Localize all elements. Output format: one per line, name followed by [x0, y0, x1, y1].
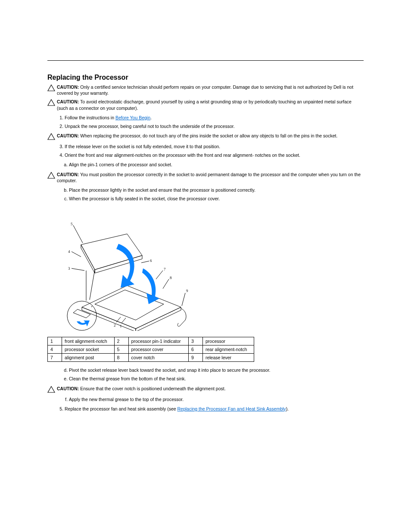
svg-marker-10	[95, 255, 142, 273]
svg-marker-15	[73, 309, 90, 318]
caution-label: CAUTION:	[57, 386, 79, 391]
steps-list-1: Follow the instructions in Before You Be…	[47, 115, 364, 129]
caution-icon	[47, 172, 57, 179]
step-4b: Place the processor lightly in the socke…	[69, 187, 364, 193]
steps-list-2: If the release lever on the socket is no…	[47, 143, 364, 158]
caution-text: When replacing the processor, do not tou…	[79, 133, 337, 138]
caution-1: CAUTION: Only a certified service techni…	[47, 84, 364, 96]
svg-line-14	[91, 306, 92, 307]
svg-line-22	[141, 261, 149, 263]
svg-line-24	[156, 271, 163, 279]
section-title: Replacing the Processor	[47, 74, 364, 81]
step-4c: When the processor is fully seated in th…	[69, 196, 364, 202]
table-row: 4 processor socket 5 processor cover 6 r…	[48, 345, 254, 354]
svg-marker-0	[48, 85, 55, 91]
caution-label: CAUTION:	[57, 172, 79, 177]
legend-num: 2	[114, 337, 128, 345]
caution-label: CAUTION:	[57, 133, 79, 138]
svg-marker-34	[48, 386, 55, 392]
legend-num: 7	[48, 354, 62, 362]
legend-num: 9	[188, 354, 202, 362]
caution-3: CAUTION: When replacing the processor, d…	[47, 133, 364, 140]
caution-label: CAUTION:	[57, 99, 79, 104]
svg-marker-3	[48, 172, 55, 178]
step-5: Replace the processor fan and heat sink …	[65, 406, 364, 412]
legend-text: front alignment-notch	[62, 337, 115, 345]
legend-num: 6	[188, 345, 202, 354]
step-4-substeps-3: Pivot the socket release lever back towa…	[47, 367, 364, 382]
step-3: If the release lever on the socket is no…	[65, 143, 364, 149]
caution-icon	[47, 99, 57, 106]
svg-line-20	[72, 268, 84, 271]
legend-text: processor cover	[128, 345, 188, 354]
svg-line-16	[73, 225, 83, 243]
legend-text: release lever	[202, 354, 254, 362]
svg-line-30	[121, 318, 126, 323]
svg-line-26	[163, 279, 169, 289]
legend-num: 8	[114, 354, 128, 362]
svg-point-13	[67, 301, 97, 330]
caution-label: CAUTION:	[57, 84, 79, 90]
svg-text:9: 9	[186, 289, 188, 293]
caution-5: CAUTION: Ensure that the cover notch is …	[47, 386, 364, 393]
step-4e: Clean the thermal grease from the bottom…	[69, 376, 364, 382]
legend-text: processor socket	[62, 345, 115, 354]
svg-marker-5	[82, 307, 136, 331]
svg-line-12	[90, 270, 95, 300]
svg-text:8: 8	[170, 276, 172, 280]
step-2: Unpack the new processor, being careful …	[65, 123, 364, 129]
callout-legend-table: 1 front alignment-notch 2 processor pin-…	[47, 337, 254, 362]
step-4a: Align the pin-1 corners of the processor…	[69, 162, 364, 168]
svg-text:7: 7	[164, 267, 166, 271]
replacing-fan-heatsink-link[interactable]: Replacing the Processor Fan and Heat Sin…	[177, 406, 286, 411]
legend-text: processor pin-1 indicator	[128, 337, 188, 345]
legend-text: rear alignment-notch	[202, 345, 254, 354]
caution-icon	[47, 386, 57, 393]
caution-2: CAUTION: To avoid electrostatic discharg…	[47, 99, 364, 111]
step-4-substeps-4: Apply the new thermal grease to the top …	[47, 396, 364, 402]
caution-icon	[47, 133, 57, 140]
horizontal-rule	[47, 60, 364, 61]
svg-line-32	[116, 317, 121, 322]
step-1: Follow the instructions in Before You Be…	[65, 115, 364, 121]
svg-line-18	[72, 252, 81, 257]
legend-num: 1	[48, 337, 62, 345]
caution-text: You must position the processor correctl…	[57, 172, 361, 183]
caution-icon	[47, 84, 57, 91]
caution-text: Ensure that the cover notch is positione…	[79, 386, 225, 391]
caution-text: To avoid electrostatic discharge, ground…	[57, 99, 352, 110]
legend-text: processor	[202, 337, 254, 345]
svg-marker-6	[136, 307, 181, 331]
svg-text:4: 4	[68, 249, 70, 254]
legend-num: 4	[48, 345, 62, 354]
before-you-begin-link[interactable]: Before You Begin	[115, 115, 150, 120]
steps-list-3: Replace the processor fan and heat sink …	[47, 406, 364, 412]
step-4d: Pivot the socket release lever back towa…	[69, 367, 364, 373]
step-4-substeps: Align the pin-1 corners of the processor…	[47, 162, 364, 168]
step-4f: Apply the new thermal grease to the top …	[69, 396, 364, 402]
legend-text: cover notch	[128, 354, 188, 362]
svg-text:6: 6	[150, 258, 152, 263]
svg-marker-2	[48, 134, 55, 140]
svg-text:5: 5	[71, 222, 73, 226]
caution-text: Only a certified service technician shou…	[57, 84, 353, 96]
step-4: Orient the front and rear alignment-notc…	[65, 152, 364, 158]
legend-text: alignment post	[62, 354, 115, 362]
step-4-substeps-2: Place the processor lightly in the socke…	[47, 187, 364, 202]
caution-4: CAUTION: You must position the processor…	[47, 171, 364, 184]
table-row: 1 front alignment-notch 2 processor pin-…	[48, 337, 254, 345]
svg-line-28	[182, 293, 185, 306]
legend-num: 5	[114, 345, 128, 354]
svg-text:1: 1	[120, 324, 122, 328]
svg-text:2: 2	[114, 323, 116, 327]
legend-num: 3	[188, 337, 202, 345]
svg-marker-9	[81, 245, 95, 273]
table-row: 7 alignment post 8 cover notch 9 release…	[48, 354, 254, 362]
svg-marker-1	[48, 100, 55, 106]
processor-diagram: 5 4 3 6 7 8 9 1 2	[56, 210, 364, 333]
svg-text:3: 3	[68, 266, 70, 271]
